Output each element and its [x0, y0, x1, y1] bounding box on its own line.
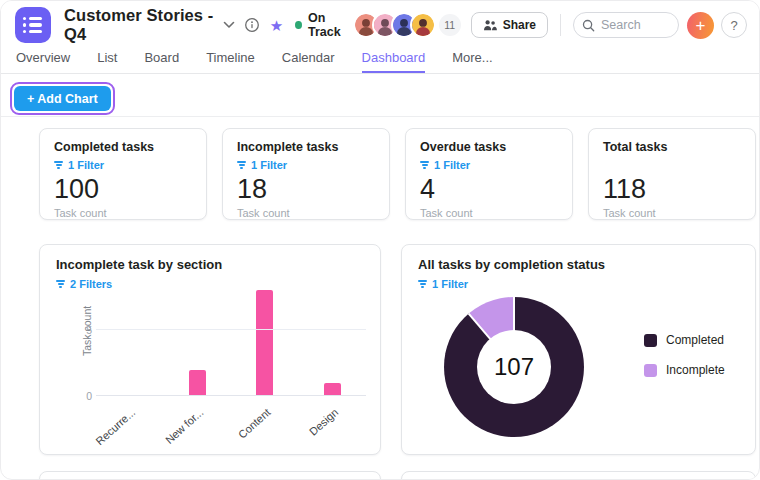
kpi-title: Incomplete tasks: [237, 140, 375, 154]
tab-calendar[interactable]: Calendar: [282, 49, 335, 73]
add-chart-button[interactable]: + Add Chart: [14, 86, 111, 111]
bar-x-labels: Recurre...New for...ContentDesign: [96, 402, 366, 454]
kpi-caption: Task count: [603, 207, 741, 219]
help-button[interactable]: ?: [721, 12, 747, 38]
kpi-title: Total tasks: [603, 140, 741, 154]
project-header: Customer Stories - Q4 ★ On Track: [1, 1, 759, 49]
donut-legend: Completed Incomplete: [644, 333, 725, 377]
kpi-value: 118: [603, 175, 741, 205]
search-icon: [582, 18, 595, 36]
add-chart-highlight-outline: + Add Chart: [10, 82, 115, 115]
kpi-caption: Task count: [420, 207, 558, 219]
kpi-card-total-tasks[interactable]: Total tasks 118 Task count: [588, 128, 756, 220]
legend-swatch-completed: [644, 334, 657, 347]
tab-dashboard[interactable]: Dashboard: [362, 49, 426, 73]
members-count-badge[interactable]: 11: [439, 14, 461, 36]
bar-plot: 05: [96, 291, 366, 396]
kpi-caption: Task count: [237, 207, 375, 219]
project-logo-icon[interactable]: [15, 7, 51, 43]
filter-chip[interactable]: 1 Filter: [237, 157, 375, 173]
tab-overview[interactable]: Overview: [16, 49, 70, 73]
filter-chip[interactable]: 2 Filters: [56, 276, 380, 292]
share-button[interactable]: Share: [471, 12, 548, 38]
filter-icon: [420, 161, 429, 169]
share-people-icon: [483, 19, 497, 31]
kpi-value: 4: [420, 175, 558, 205]
tab-board[interactable]: Board: [144, 49, 179, 73]
tab-list[interactable]: List: [97, 49, 117, 73]
bar-Design[interactable]: [299, 291, 367, 396]
filter-icon: [54, 161, 63, 169]
info-icon[interactable]: [244, 17, 260, 33]
chart-card-completion-status[interactable]: All tasks by completion status 1 Filter …: [401, 244, 756, 455]
filter-chip[interactable]: 1 Filter: [418, 276, 755, 292]
status-badge[interactable]: On Track: [295, 11, 352, 39]
kpi-card-completed-tasks[interactable]: Completed tasks 1 Filter 100 Task count: [39, 128, 207, 220]
next-row-card-left[interactable]: [39, 471, 381, 480]
search-box: [573, 12, 679, 38]
filter-chip[interactable]: 1 Filter: [420, 157, 558, 173]
status-dot-icon: [295, 21, 302, 29]
kpi-caption: Task count: [54, 207, 192, 219]
legend-item-incomplete[interactable]: Incomplete: [644, 363, 725, 377]
bar-slots: [96, 291, 366, 396]
chevron-down-icon[interactable]: [223, 21, 235, 29]
create-button[interactable]: +: [687, 12, 714, 39]
tab-more[interactable]: More...: [452, 49, 492, 73]
legend-item-completed[interactable]: Completed: [644, 333, 725, 347]
x-axis-label: Design: [307, 406, 340, 438]
bar-New for...[interactable]: [164, 291, 232, 396]
y-axis-tick: 5: [80, 324, 92, 336]
filter-icon: [56, 280, 65, 288]
legend-swatch-incomplete: [644, 364, 657, 377]
kpi-title: Completed tasks: [54, 140, 192, 154]
filter-icon: [237, 161, 246, 169]
x-axis-label: New for...: [163, 406, 206, 446]
favorite-star-icon[interactable]: ★: [270, 18, 283, 33]
kpi-title: Overdue tasks: [420, 140, 558, 154]
project-tabbar: Overview List Board Timeline Calendar Da…: [1, 49, 759, 74]
x-axis-label: Recurre...: [94, 406, 138, 447]
next-row-card-right[interactable]: [401, 471, 756, 480]
header-divider: [560, 14, 561, 36]
page-title: Customer Stories - Q4: [64, 6, 214, 44]
kpi-card-incomplete-tasks[interactable]: Incomplete tasks 1 Filter 18 Task count: [222, 128, 390, 220]
donut-center-value: 107: [494, 353, 534, 381]
chart-card-incomplete-by-section[interactable]: Incomplete task by section 2 Filters Tas…: [39, 244, 381, 455]
filter-chip[interactable]: 1 Filter: [54, 157, 192, 173]
x-axis-label: Content: [236, 406, 273, 441]
tab-timeline[interactable]: Timeline: [206, 49, 255, 73]
bar-Content[interactable]: [231, 291, 299, 396]
donut-chart[interactable]: 107: [444, 297, 584, 437]
donut-hole: 107: [477, 330, 551, 404]
member-avatars[interactable]: [353, 12, 436, 38]
kpi-value: 100: [54, 175, 192, 205]
chart-title: All tasks by completion status: [402, 245, 755, 272]
chart-title: Incomplete task by section: [40, 245, 380, 272]
kpi-value: 18: [237, 175, 375, 205]
bar-Recurre...[interactable]: [96, 291, 164, 396]
dashboard-toolbar: + Add Chart: [1, 75, 759, 117]
filter-icon: [418, 280, 427, 288]
avatar[interactable]: [410, 12, 436, 38]
app-window: Customer Stories - Q4 ★ On Track: [0, 0, 760, 480]
kpi-card-overdue-tasks[interactable]: Overdue tasks 1 Filter 4 Task count: [405, 128, 573, 220]
y-axis-tick: 0: [80, 390, 92, 402]
